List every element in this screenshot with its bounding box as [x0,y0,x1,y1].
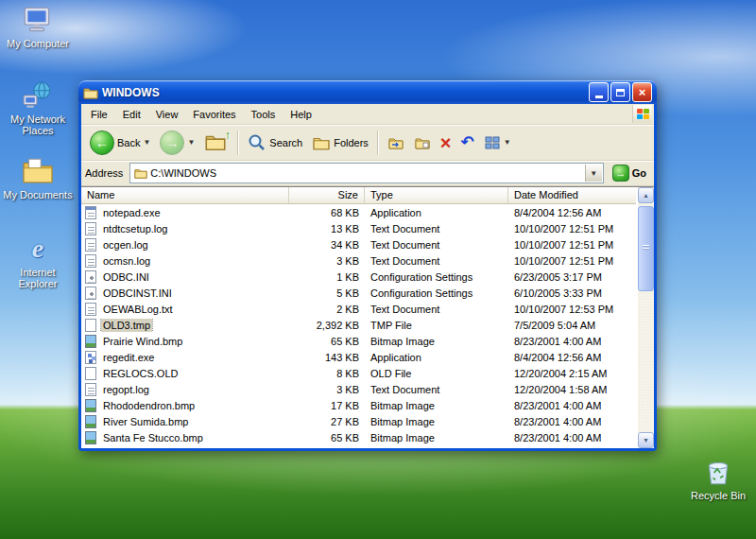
minimize-button[interactable] [589,82,609,102]
scroll-up-button[interactable]: ▲ [638,187,654,203]
file-name: Santa Fe Stucco.bmp [101,431,205,444]
file-date-modified: 10/10/2007 12:51 PM [508,239,638,251]
search-button[interactable]: Search [243,131,307,154]
file-row[interactable]: ocgen.log 34 KB Text Document 10/10/2007… [81,236,638,252]
file-row[interactable]: regedit.exe 143 KB Application 8/4/2004 … [81,349,638,365]
folders-button[interactable]: Folders [307,132,373,153]
menu-edit[interactable]: Edit [115,106,148,123]
desktop-icon-my-computer[interactable]: My Computer [2,4,74,49]
windows-logo [632,105,652,123]
file-row[interactable]: ODBCINST.INI 5 KB Configuration Settings… [81,285,638,301]
titlebar[interactable]: WINDOWS × [78,80,657,104]
network-places-icon [22,79,54,112]
file-size: 68 KB [289,207,365,218]
file-type: Text Document [365,255,508,267]
file-type: Text Document [365,239,508,251]
file-icon [85,383,96,396]
chevron-down-icon: ▼ [504,138,511,147]
file-row[interactable]: ODBC.INI 1 KB Configuration Settings 6/2… [81,269,638,285]
file-type: Bitmap Image [365,432,508,443]
up-arrow-icon: ↑ [225,128,232,142]
file-row[interactable]: Prairie Wind.bmp 65 KB Bitmap Image 8/23… [81,333,638,349]
file-name: REGLOCS.OLD [101,367,180,380]
file-name: River Sumida.bmp [101,415,190,428]
file-type: TMP File [365,320,508,331]
recycle-bin-icon [702,456,734,488]
file-date-modified: 12/20/2004 2:15 AM [508,368,638,379]
views-button[interactable]: ▼ [479,133,516,152]
file-name: ODBCINST.INI [101,287,174,300]
desktop-icon-recycle-bin[interactable]: Recycle Bin [682,456,754,501]
file-size: 3 KB [289,384,365,395]
scroll-thumb[interactable] [638,206,654,291]
column-header-date-modified[interactable]: Date Modified [508,187,636,204]
file-name: Rhododendron.bmp [101,399,197,412]
folder-up-icon [204,131,227,152]
go-button[interactable]: → Go [609,165,650,182]
file-row[interactable]: OEWABLog.txt 2 KB Text Document 10/10/20… [81,301,638,317]
file-date-modified: 8/23/2001 4:00 AM [508,400,638,411]
menu-bar: File Edit View Favorites Tools Help [81,104,654,125]
close-button[interactable]: × [632,82,652,102]
desktop-icon-my-documents[interactable]: My Documents [2,155,74,200]
menu-file[interactable]: File [83,106,115,123]
back-label: Back [117,137,140,148]
address-input[interactable] [150,165,584,181]
back-icon: ← [90,130,114,155]
file-size: 17 KB [289,400,365,411]
file-name: notepad.exe [101,206,163,219]
desktop-icon-my-network-places[interactable]: My Network Places [2,79,74,136]
file-date-modified: 8/4/2004 12:56 AM [508,352,638,363]
vertical-scrollbar[interactable]: ▲ ▼ [638,187,654,448]
toolbar-separator [377,130,379,155]
file-size: 65 KB [289,336,365,347]
desktop-icon-label: My Documents [3,189,72,200]
menu-tools[interactable]: Tools [244,106,284,123]
file-size: 13 KB [289,223,365,235]
file-size: 143 KB [289,352,365,363]
desktop-icon-internet-explorer[interactable]: e Internet Explorer [2,233,74,289]
file-icon [85,238,96,252]
back-button[interactable]: ← Back ▼ [85,129,155,157]
file-name: ntdtcsetup.log [101,222,170,235]
delete-button[interactable]: × [436,131,456,154]
search-label: Search [269,137,302,148]
copy-to-button[interactable] [409,133,436,152]
column-headers: Name Size Type Date Modified [81,187,636,204]
up-button[interactable]: ↑ [199,130,233,156]
scroll-down-button[interactable]: ▼ [638,432,654,448]
forward-button[interactable]: → ▼ [155,129,199,157]
column-header-type[interactable]: Type [365,187,508,204]
maximize-button[interactable] [610,82,630,102]
file-row[interactable]: notepad.exe 68 KB Application 8/4/2004 1… [81,204,638,220]
file-name: OEWABLog.txt [101,303,175,316]
menu-help[interactable]: Help [283,106,319,123]
address-bar: Address ▼ → Go [81,161,654,186]
menu-view[interactable]: View [148,106,186,123]
explorer-window: WINDOWS × File Edit View Favorites Tools… [78,80,657,451]
file-row[interactable]: REGLOCS.OLD 8 KB OLD File 12/20/2004 2:1… [81,365,638,381]
file-name: ODBC.INI [101,270,151,284]
my-computer-icon [22,4,54,36]
column-header-size[interactable]: Size [289,187,365,204]
file-row[interactable]: River Sumida.bmp 27 KB Bitmap Image 8/23… [81,413,638,429]
file-row[interactable]: OLD3.tmp 2,392 KB TMP File 7/5/2009 5:04… [81,317,638,333]
file-type: Application [365,352,508,363]
menu-favorites[interactable]: Favorites [185,106,243,123]
folder-icon [134,166,147,180]
file-row[interactable]: Rhododendron.bmp 17 KB Bitmap Image 8/23… [81,397,638,413]
file-icon [85,222,96,235]
address-dropdown-button[interactable]: ▼ [585,165,602,182]
file-size: 34 KB [289,239,365,251]
file-date-modified: 8/4/2004 12:56 AM [508,207,638,218]
move-to-button[interactable] [383,133,409,152]
file-row[interactable]: regopt.log 3 KB Text Document 12/20/2004… [81,381,638,397]
file-icon [85,287,96,300]
undo-button[interactable]: ↶ [456,132,479,153]
file-date-modified: 10/10/2007 12:53 PM [508,304,638,315]
file-row[interactable]: ntdtcsetup.log 13 KB Text Document 10/10… [81,220,638,236]
file-row[interactable]: Santa Fe Stucco.bmp 65 KB Bitmap Image 8… [81,429,638,445]
desktop-icon-label: Internet Explorer [2,267,74,289]
column-header-name[interactable]: Name [81,187,289,204]
file-row[interactable]: ocmsn.log 3 KB Text Document 10/10/2007 … [81,252,638,269]
